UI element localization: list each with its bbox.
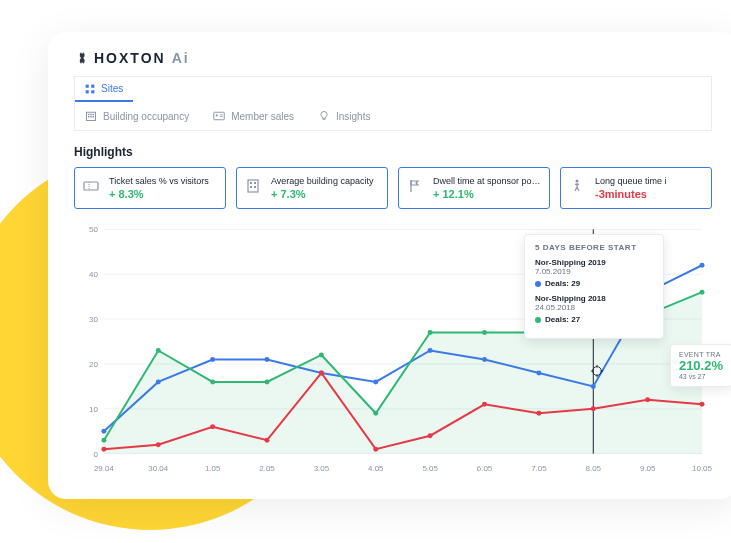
svg-point-57	[482, 357, 487, 362]
svg-rect-20	[254, 182, 256, 184]
tooltip-series-a-date: 7.05.2019	[535, 267, 653, 276]
svg-rect-15	[322, 119, 325, 120]
svg-text:8.05: 8.05	[586, 464, 602, 473]
pointer-cursor-icon	[590, 364, 604, 382]
svg-point-56	[428, 348, 433, 353]
kpi-row: Ticket sales % vs visitors + 8.3% Averag…	[74, 167, 712, 209]
event-badge: EVENT TRA 210.2% 43 vs 27	[670, 344, 731, 387]
svg-point-59	[591, 384, 596, 389]
ticket-icon	[83, 178, 99, 198]
svg-rect-16	[84, 182, 98, 190]
dashboard-card: HOXTONAi Sites Building occupancy Member…	[48, 32, 731, 499]
svg-text:1.05: 1.05	[205, 464, 221, 473]
svg-rect-22	[254, 186, 256, 188]
subtab-member-sales[interactable]: Member sales	[213, 110, 294, 122]
id-card-icon	[213, 110, 225, 122]
tooltip-header: 5 DAYS BEFORE START	[535, 243, 653, 252]
svg-point-76	[210, 424, 215, 429]
svg-rect-6	[90, 114, 92, 116]
svg-text:4.05: 4.05	[368, 464, 384, 473]
subtab-label: Building occupancy	[103, 111, 189, 122]
subtab-insights[interactable]: Insights	[318, 110, 370, 122]
kpi-queue-time[interactable]: Long queue time i -3minutes	[560, 167, 712, 209]
svg-point-67	[373, 411, 378, 416]
tab-sites-label: Sites	[101, 83, 123, 94]
svg-rect-19	[250, 182, 252, 184]
svg-point-81	[482, 402, 487, 407]
kpi-label: Ticket sales % vs visitors	[109, 176, 217, 186]
kpi-value: -3minutes	[595, 188, 703, 200]
svg-rect-9	[90, 116, 92, 118]
svg-text:6.05: 6.05	[477, 464, 493, 473]
kpi-label: Long queue time i	[595, 176, 703, 186]
svg-point-79	[373, 447, 378, 452]
svg-point-86	[593, 367, 602, 376]
svg-rect-14	[220, 116, 223, 117]
svg-point-85	[700, 402, 705, 407]
svg-point-53	[265, 357, 270, 362]
svg-point-84	[645, 397, 650, 402]
svg-rect-0	[86, 84, 89, 87]
svg-rect-3	[91, 90, 94, 93]
badge-value: 210.2%	[679, 358, 723, 373]
svg-rect-18	[248, 180, 258, 192]
svg-point-68	[428, 330, 433, 335]
svg-point-82	[536, 411, 541, 416]
subtab-building-occupancy[interactable]: Building occupancy	[85, 110, 189, 122]
badge-header: EVENT TRA	[679, 351, 723, 358]
dot-green-icon	[535, 317, 541, 323]
section-title: Highlights	[74, 145, 712, 159]
svg-rect-8	[88, 116, 90, 118]
svg-point-74	[101, 447, 106, 452]
brand-name: HOXTON	[94, 50, 166, 66]
tab-sites[interactable]: Sites	[75, 77, 133, 102]
chart-container: 0102030405029.0430.041.052.053.054.055.0…	[74, 219, 712, 479]
svg-text:40: 40	[89, 270, 98, 279]
dot-blue-icon	[535, 281, 541, 287]
svg-text:10: 10	[89, 405, 98, 414]
svg-point-12	[216, 114, 218, 116]
svg-point-78	[319, 370, 324, 375]
building-icon	[245, 178, 261, 198]
svg-text:29.04: 29.04	[94, 464, 115, 473]
kpi-ticket-sales[interactable]: Ticket sales % vs visitors + 8.3%	[74, 167, 226, 209]
svg-point-64	[210, 379, 215, 384]
svg-point-65	[265, 379, 270, 384]
subtab-label: Insights	[336, 111, 370, 122]
kpi-dwell-time[interactable]: Dwell time at sponsor point + 12.1%	[398, 167, 550, 209]
svg-point-66	[319, 352, 324, 357]
svg-point-69	[482, 330, 487, 335]
brand-suffix: Ai	[172, 50, 190, 66]
svg-point-55	[373, 379, 378, 384]
svg-point-52	[210, 357, 215, 362]
tooltip-series-b-name: Nor-Shipping 2018	[535, 294, 653, 303]
chart-tooltip: 5 DAYS BEFORE START Nor-Shipping 2019 7.…	[524, 234, 664, 339]
svg-rect-2	[86, 90, 89, 93]
svg-text:3.05: 3.05	[314, 464, 330, 473]
svg-point-73	[700, 290, 705, 295]
svg-point-75	[156, 442, 161, 447]
tooltip-series-b-deals: Deals: 27	[535, 315, 653, 324]
svg-point-24	[576, 180, 579, 183]
svg-text:2.05: 2.05	[259, 464, 275, 473]
svg-point-77	[265, 438, 270, 443]
svg-point-61	[700, 263, 705, 268]
svg-rect-5	[88, 114, 90, 116]
svg-rect-13	[220, 115, 223, 116]
svg-text:20: 20	[89, 360, 98, 369]
badge-sub: 43 vs 27	[679, 373, 723, 380]
svg-point-58	[536, 370, 541, 375]
tooltip-series-b-date: 24.05.2018	[535, 303, 653, 312]
svg-point-80	[428, 433, 433, 438]
svg-text:30: 30	[89, 315, 98, 324]
svg-rect-21	[250, 186, 252, 188]
kpi-value: + 7.3%	[271, 188, 379, 200]
svg-text:0: 0	[93, 450, 98, 459]
lightbulb-icon	[318, 110, 330, 122]
flag-icon	[407, 178, 423, 198]
kpi-building-capacity[interactable]: Average building capacity + 7.3%	[236, 167, 388, 209]
kpi-label: Average building capacity	[271, 176, 379, 186]
svg-text:5.05: 5.05	[422, 464, 438, 473]
person-walk-icon	[569, 178, 585, 198]
brand-logo: HOXTONAi	[74, 50, 712, 66]
